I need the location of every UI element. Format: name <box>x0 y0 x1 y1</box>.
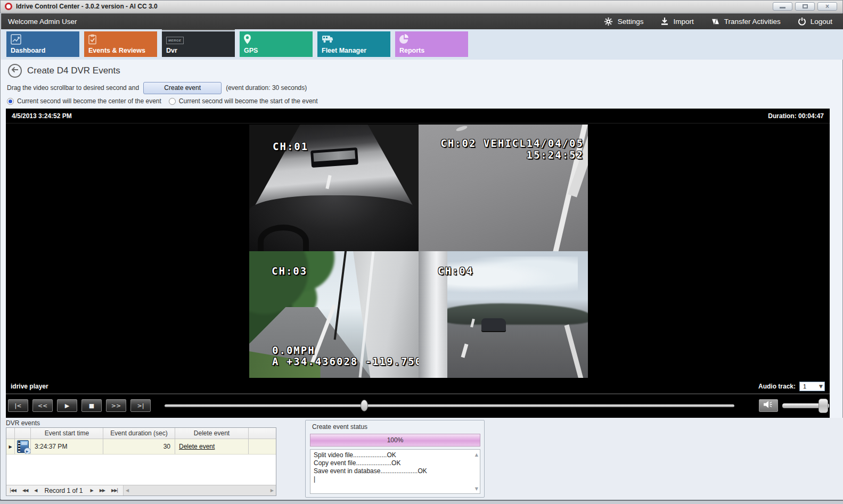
back-arrow-icon <box>11 66 19 76</box>
prev-page-button[interactable]: ◀◀ <box>19 488 31 493</box>
scroll-up-icon[interactable]: ▲ <box>475 452 478 457</box>
tab-events-reviews-label: Events & Reviews <box>88 47 145 54</box>
video-channel-3: CH:03 0.0MPH A +34.436028 -119.750488 <box>249 251 419 378</box>
first-record-button[interactable]: |◀◀ <box>6 488 19 493</box>
ch2-road-mark <box>455 125 468 132</box>
seek-slider-track[interactable] <box>165 404 734 407</box>
record-pager: |◀◀ ◀◀ ◀ Record 1 of 1 ▶ ▶▶ ▶▶| ◀ ▶ <box>6 485 276 495</box>
ch4-right-line <box>564 325 583 378</box>
tab-gps-label: GPS <box>244 47 258 54</box>
logout-button[interactable]: Logout <box>798 17 832 26</box>
skip-end-button[interactable]: >| <box>130 399 151 412</box>
volume-slider-thumb[interactable] <box>819 399 828 413</box>
video-duration: Duration: 00:04:47 <box>768 112 824 120</box>
navbar-actions: Settings Import Transfer Activities Logo… <box>603 16 832 27</box>
speed-overlay: 0.0MPH <box>272 345 419 356</box>
settings-label: Settings <box>618 18 644 26</box>
merge-badge-icon: MERGE <box>166 37 184 44</box>
header-delete[interactable]: Delete event <box>175 428 249 439</box>
active-tab-indicator <box>162 29 235 30</box>
create-event-status-panel: Create event status 100% Split video fil… <box>305 420 485 498</box>
row-marker-icon: ▶ <box>9 444 12 449</box>
video-channel-2: CH:02 VEHICL14/04/05 15:24:52 <box>419 125 588 251</box>
header-marker-col <box>6 428 15 439</box>
ch4-lane-dash <box>461 343 468 358</box>
minimize-button[interactable] <box>773 2 792 11</box>
close-button[interactable]: × <box>817 2 837 11</box>
tab-dashboard[interactable]: Dashboard <box>6 31 79 57</box>
download-icon <box>660 17 669 26</box>
stop-button[interactable]: ■ <box>81 399 102 412</box>
event-position-options: Current second will become the center of… <box>7 97 318 105</box>
quad-video[interactable]: CH:01 CH:02 VEHICL14/04/05 15:24:52 <box>249 125 588 378</box>
player-title: idrive player <box>11 383 48 390</box>
ch2-date: 14/04/05 <box>526 137 584 149</box>
transfer-activities-button[interactable]: Transfer Activities <box>711 17 781 26</box>
radio-start-option[interactable]: Current second will become the start of … <box>169 97 318 105</box>
delete-event-link[interactable]: Delete event <box>179 443 215 450</box>
cell-filler <box>249 439 276 454</box>
logout-label: Logout <box>811 18 832 26</box>
scroll-left-icon[interactable]: ◀ <box>126 488 129 493</box>
ch1-label: CH:01 <box>273 141 308 152</box>
back-button[interactable] <box>8 64 22 78</box>
next-page-button[interactable]: ▶▶ <box>96 488 108 493</box>
maximize-button[interactable] <box>795 2 815 11</box>
audio-track-value: 1 <box>803 383 806 390</box>
scroll-down-icon[interactable]: ▼ <box>475 486 478 491</box>
pie-chart-icon <box>399 36 409 45</box>
last-record-button[interactable]: ▶▶| <box>108 488 121 493</box>
next-record-button[interactable]: ▶ <box>87 488 96 493</box>
table-row[interactable]: ▶ ▶ 3:24:37 PM 30 Delete event <box>6 439 276 455</box>
video-channel-4: CH:04 <box>419 251 588 378</box>
play-button[interactable]: ▶ <box>57 399 77 412</box>
tab-fleet-manager[interactable]: Fleet Manager <box>317 31 390 57</box>
scroll-right-icon[interactable]: ▶ <box>271 488 274 493</box>
prev-record-button[interactable]: ◀ <box>31 488 40 493</box>
import-button[interactable]: Import <box>660 17 693 26</box>
dvr-events-label: DVR events <box>6 419 40 427</box>
tab-reports-label: Reports <box>399 47 424 54</box>
tab-reports[interactable]: Reports <box>395 31 468 57</box>
audio-track-control: Audio track: 1 ▼ <box>758 382 825 391</box>
gps-overlay: A +34.436028 -119.750488 <box>272 356 419 367</box>
module-tabs: Dashboard Events & Reviews MERGE Dvr GPS… <box>1 29 843 60</box>
header-duration[interactable]: Event duration (sec) <box>103 428 175 439</box>
tab-events-reviews[interactable]: Events & Reviews <box>84 31 157 57</box>
bottom-section: DVR events Event start time Event durati… <box>1 418 843 500</box>
create-event-button[interactable]: Create event <box>143 82 222 94</box>
transfer-activities-label: Transfer Activities <box>724 18 781 26</box>
video-clip-icon: ▶ <box>17 440 29 453</box>
table-empty-area <box>6 455 276 485</box>
audio-track-select[interactable]: 1 ▼ <box>799 382 825 391</box>
radio-center-option[interactable]: Current second will become the center of… <box>7 97 161 105</box>
player-controls: |< << ▶ ■ >> >| <box>6 394 830 418</box>
progress-bar: 100% <box>310 434 480 447</box>
mute-button[interactable] <box>759 399 778 412</box>
radio-center-label: Current second will become the center of… <box>17 97 161 105</box>
radio-selected-icon[interactable] <box>7 98 14 105</box>
seek-slider-thumb[interactable] <box>361 400 368 411</box>
window-title: Idrive Control Center - 3.0.2 version - … <box>16 3 158 10</box>
tab-gps[interactable]: GPS <box>240 31 313 57</box>
fast-forward-button[interactable]: >> <box>106 399 126 412</box>
gear-icon <box>603 16 613 27</box>
settings-button[interactable]: Settings <box>603 16 644 27</box>
status-log[interactable]: Split video file...................OK Co… <box>310 449 480 494</box>
titlebar: Idrive Control Center - 3.0.2 version - … <box>1 1 842 13</box>
skip-start-button[interactable]: |< <box>8 399 28 412</box>
table-horizontal-scrollbar[interactable]: ◀ ▶ <box>123 485 276 495</box>
app-window: Idrive Control Center - 3.0.2 version - … <box>0 0 843 501</box>
video-header: 4/5/2013 3:24:52 PM Duration: 00:04:47 <box>6 109 830 123</box>
page-title: Create D4 DVR Events <box>27 65 120 76</box>
power-icon <box>798 17 806 26</box>
header-start-time[interactable]: Event start time <box>31 428 103 439</box>
app-logo-icon <box>5 3 12 10</box>
radio-unselected-icon[interactable] <box>169 98 176 105</box>
tab-dvr[interactable]: MERGE Dvr <box>162 31 235 57</box>
rewind-button[interactable]: << <box>32 399 53 412</box>
location-pin-icon <box>244 37 251 46</box>
import-label: Import <box>673 18 693 26</box>
ch4-label: CH:04 <box>438 265 473 277</box>
ch1-lane-marking <box>326 175 332 189</box>
